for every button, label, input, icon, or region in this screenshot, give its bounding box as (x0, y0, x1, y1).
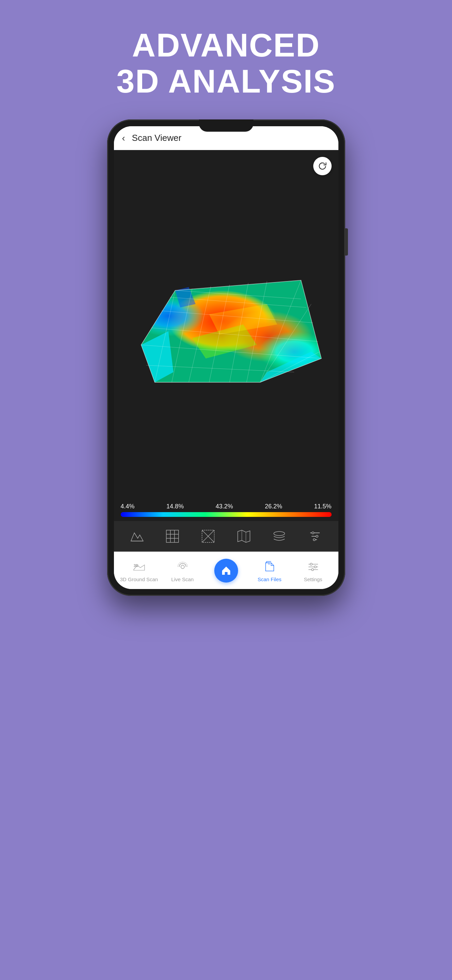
selection-tool[interactable] (198, 526, 218, 546)
color-scale-bar (121, 512, 331, 517)
nav-item-3d-ground-scan[interactable]: 3D 3D Ground Scan (117, 559, 161, 582)
color-scale-labels: 4.4% 14.8% 43.2% 26.2% 11.5% (121, 503, 331, 510)
svg-point-53 (310, 563, 312, 565)
svg-marker-37 (238, 530, 250, 542)
nav-item-live-scan[interactable]: Live Scan (161, 559, 205, 582)
scale-label-5: 11.5% (314, 503, 331, 510)
phone-side-button (345, 228, 348, 256)
svg-point-46 (313, 539, 315, 541)
map-tool[interactable] (234, 526, 254, 546)
terrain-tool[interactable] (127, 526, 147, 546)
svg-point-55 (312, 569, 314, 571)
live-scan-icon (174, 559, 191, 575)
scale-label-1: 4.4% (121, 503, 135, 510)
settings-label: Settings (304, 576, 322, 582)
3d-ground-scan-label: 3D Ground Scan (120, 576, 158, 582)
rotate-button[interactable] (313, 157, 331, 175)
nav-item-settings[interactable]: Settings (292, 559, 335, 582)
bottom-nav: 3D 3D Ground Scan Live S (114, 552, 338, 589)
settings-icon (305, 559, 321, 575)
svg-rect-29 (166, 530, 179, 542)
filter-tool[interactable] (305, 526, 325, 546)
nav-item-scan-files[interactable]: Scan Files (248, 559, 292, 582)
3d-ground-scan-icon: 3D (131, 559, 147, 575)
nav-item-home[interactable] (205, 559, 248, 582)
svg-point-49 (181, 565, 184, 569)
phone-notch (199, 119, 254, 132)
phone-shell: ‹ Scan Viewer (107, 119, 345, 596)
scale-label-4: 26.2% (265, 503, 282, 510)
heatmap-visualization (114, 150, 338, 499)
svg-point-40 (274, 531, 285, 536)
scan-files-label: Scan Files (257, 576, 281, 582)
grid-tool[interactable] (162, 526, 182, 546)
layers-tool[interactable] (269, 526, 289, 546)
svg-point-44 (312, 532, 314, 534)
tools-row (114, 521, 338, 552)
3d-viewer (114, 150, 338, 499)
scan-files-icon (262, 559, 278, 575)
screen-title: Scan Viewer (132, 133, 182, 143)
home-button[interactable] (214, 559, 238, 582)
phone-screen: ‹ Scan Viewer (114, 126, 338, 589)
back-button[interactable]: ‹ (122, 133, 125, 143)
svg-marker-27 (131, 533, 143, 541)
color-scale-section: 4.4% 14.8% 43.2% 26.2% 11.5% (114, 499, 338, 521)
scale-label-3: 43.2% (216, 503, 233, 510)
scale-label-2: 14.8% (166, 503, 184, 510)
svg-point-45 (316, 535, 318, 537)
page-headline: ADVANCED 3D ANALYSIS (116, 27, 335, 99)
live-scan-label: Live Scan (171, 576, 194, 582)
svg-point-54 (314, 566, 316, 568)
